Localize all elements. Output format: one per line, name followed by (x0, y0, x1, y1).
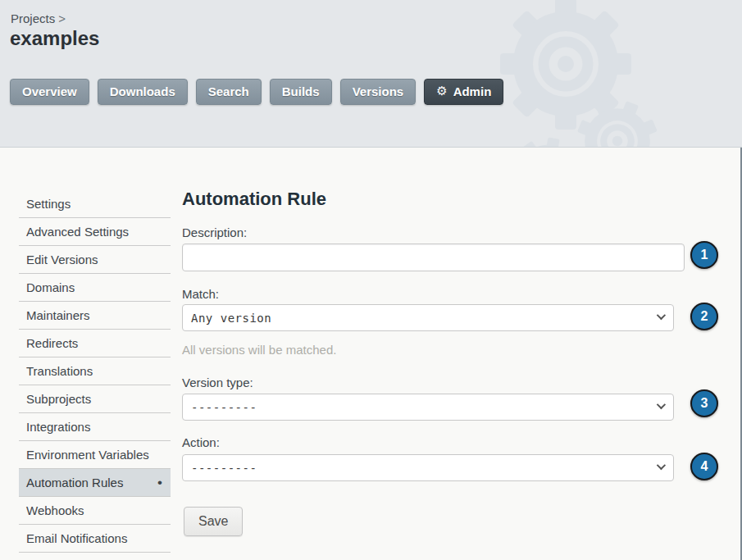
version-type-label: Version type: (182, 376, 253, 389)
project-nav-tabs: Overview Downloads Search Builds Version… (10, 79, 503, 105)
tab-overview[interactable]: Overview (10, 79, 89, 105)
sidebar-item-translations[interactable]: Translations (19, 357, 171, 385)
annotation-badge-2: 2 (690, 303, 718, 330)
sidebar-item-environment-variables[interactable]: Environment Variables (19, 441, 171, 469)
sidebar-item-integrations[interactable]: Integrations (19, 413, 171, 441)
sidebar-item-domains[interactable]: Domains (19, 274, 171, 302)
active-item-bullet: • (157, 476, 162, 489)
tab-downloads[interactable]: Downloads (98, 79, 188, 105)
gears-background-graphic (471, 0, 742, 147)
version-type-select[interactable]: --------- (182, 394, 674, 421)
sidebar-item-webhooks[interactable]: Webhooks (19, 497, 171, 525)
sidebar-item-advanced-settings[interactable]: Advanced Settings (19, 218, 171, 246)
description-input[interactable] (182, 244, 685, 271)
breadcrumb-separator: > (58, 11, 66, 25)
annotation-badge-3: 3 (690, 389, 718, 417)
project-header: Projects> examples Overview Downloads Se… (0, 0, 742, 148)
project-name-heading: examples (10, 27, 99, 50)
chevron-down-icon (657, 461, 666, 470)
breadcrumb: Projects> (11, 11, 66, 25)
description-label: Description: (182, 225, 247, 239)
sidebar-item-edit-versions[interactable]: Edit Versions (19, 246, 171, 274)
tab-admin-label: Admin (453, 84, 492, 98)
tab-builds[interactable]: Builds (270, 79, 332, 105)
sidebar-item-subprojects[interactable]: Subprojects (19, 385, 171, 413)
breadcrumb-projects-link[interactable]: Projects (11, 11, 55, 25)
chevron-down-icon (657, 400, 666, 409)
sidebar-item-traffic-analytics[interactable]: Traffic Analytics (19, 553, 171, 560)
sidebar-item-maintainers[interactable]: Maintainers (19, 302, 171, 330)
annotation-badge-4: 4 (690, 453, 718, 480)
admin-sidebar: Settings Advanced Settings Edit Versions… (19, 190, 171, 560)
tab-versions[interactable]: Versions (340, 79, 417, 105)
sidebar-item-automation-rules[interactable]: Automation Rules • (19, 469, 171, 497)
action-label: Action: (182, 435, 220, 449)
action-select[interactable]: --------- (182, 454, 674, 481)
tab-admin[interactable]: ⚙ Admin (424, 79, 503, 105)
gear-icon: ⚙ (436, 85, 447, 98)
save-button[interactable]: Save (184, 507, 243, 536)
sidebar-item-redirects[interactable]: Redirects (19, 330, 171, 357)
match-select[interactable]: Any version (182, 304, 674, 331)
annotation-badge-1: 1 (690, 241, 718, 269)
chevron-down-icon (657, 311, 666, 320)
sidebar-item-email-notifications[interactable]: Email Notifications (19, 525, 171, 553)
sidebar-item-settings[interactable]: Settings (19, 190, 171, 218)
tab-search[interactable]: Search (196, 79, 262, 105)
match-label: Match: (182, 287, 219, 301)
page-title: Automation Rule (182, 189, 326, 210)
match-help-text: All versions will be matched. (182, 343, 336, 357)
